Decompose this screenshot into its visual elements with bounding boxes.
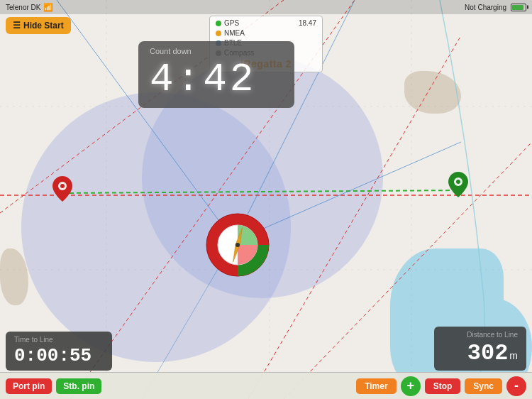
hamburger-icon: ☰ xyxy=(13,21,21,31)
distance-to-line-value: 302 xyxy=(467,340,509,366)
battery-indicator xyxy=(511,4,526,11)
stb-pin-marker xyxy=(448,172,468,197)
status-right: Not Charging xyxy=(465,4,526,11)
nmea-dot xyxy=(216,31,221,36)
distance-to-line-label: Distance to Line xyxy=(443,331,518,339)
svg-line-6 xyxy=(57,0,234,241)
carrier-text: Telenor DK xyxy=(6,4,40,11)
gps-row: GPS 18.47 xyxy=(216,18,316,28)
gps-label: GPS xyxy=(224,18,239,28)
time-to-line-panel: Time to Line 0:00:55 xyxy=(6,332,112,371)
gps-dot xyxy=(216,21,221,26)
distance-value-row: 302 m xyxy=(443,340,518,366)
time-to-line-label: Time to Line xyxy=(14,336,104,344)
plus-button[interactable]: + xyxy=(401,376,421,396)
wifi-icon: 📶 xyxy=(43,3,53,12)
status-bar: Telenor DK 📶 Not Charging xyxy=(0,0,532,14)
nmea-label: NMEA xyxy=(224,28,245,38)
minus-button[interactable]: - xyxy=(506,376,526,396)
countdown-display: Count down 4:42 xyxy=(138,41,294,108)
sync-button[interactable]: Sync xyxy=(465,378,502,394)
bottom-toolbar: Port pin Stb. pin Timer + Stop Sync - xyxy=(0,372,532,399)
svg-point-18 xyxy=(456,180,460,184)
port-pin-marker xyxy=(52,176,72,202)
countdown-value: 4:42 xyxy=(150,57,283,102)
toolbar-left: Port pin Stb. pin xyxy=(6,378,101,394)
hide-start-button[interactable]: ☰ Hide Start xyxy=(6,17,71,34)
countdown-label: Count down xyxy=(150,47,283,55)
battery-box xyxy=(511,4,526,11)
toolbar-right: Timer + Stop Sync - xyxy=(356,376,526,396)
time-to-line-value: 0:00:55 xyxy=(14,345,104,366)
svg-line-5 xyxy=(62,190,460,193)
port-pin-button[interactable]: Port pin xyxy=(6,378,52,394)
svg-point-16 xyxy=(60,184,65,188)
timer-button[interactable]: Timer xyxy=(356,378,396,394)
gps-value: 18.47 xyxy=(299,18,316,28)
stb-pin-button[interactable]: Stb. pin xyxy=(56,378,101,394)
stop-button[interactable]: Stop xyxy=(425,378,461,394)
nmea-row: NMEA xyxy=(216,28,316,38)
battery-fill xyxy=(512,5,523,10)
distance-to-line-panel: Distance to Line 302 m xyxy=(434,327,526,371)
hide-start-label: Hide Start xyxy=(23,21,64,31)
distance-unit: m xyxy=(509,350,518,361)
status-left: Telenor DK 📶 xyxy=(6,3,53,12)
compass-circle xyxy=(206,213,270,277)
svg-point-22 xyxy=(235,243,240,247)
battery-text: Not Charging xyxy=(465,4,506,11)
